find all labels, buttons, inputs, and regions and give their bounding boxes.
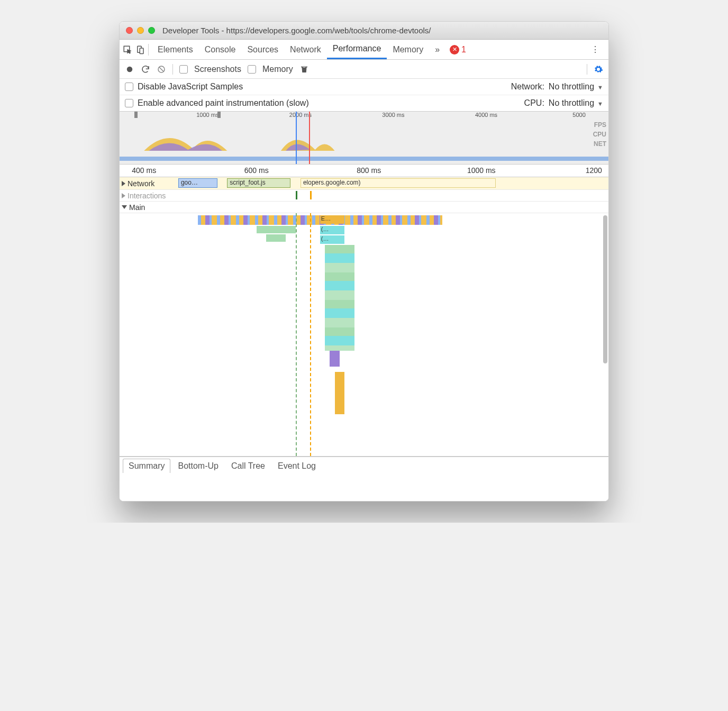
details-tab-event-log[interactable]: Event Log bbox=[272, 459, 321, 473]
flame-event[interactable]: E… bbox=[320, 215, 344, 224]
timeline-overview[interactable]: 1000 ms 2000 ms 3000 ms 4000 ms 5000 FPS… bbox=[120, 112, 608, 165]
tab-network[interactable]: Network bbox=[284, 40, 327, 59]
overview-marker bbox=[217, 112, 221, 118]
main-tabbar: Elements Console Sources Network Perform… bbox=[120, 40, 608, 60]
details-panel bbox=[120, 475, 608, 501]
cpu-throttle-label: CPU: bbox=[524, 98, 544, 108]
tabs-overflow-icon[interactable]: » bbox=[429, 40, 445, 59]
track-main-header[interactable]: Main bbox=[120, 202, 608, 213]
tab-elements[interactable]: Elements bbox=[152, 40, 199, 59]
flamechart-main[interactable]: E… (… (… bbox=[120, 213, 608, 457]
details-tab-call-tree[interactable]: Call Tree bbox=[226, 459, 270, 473]
device-toggle-icon[interactable] bbox=[135, 45, 145, 54]
overview-net-lane bbox=[120, 157, 608, 161]
error-badge-icon[interactable]: ✕ bbox=[450, 45, 459, 54]
svg-point-3 bbox=[127, 66, 133, 72]
screenshots-label: Screenshots bbox=[194, 65, 241, 74]
details-tab-bottom-up[interactable]: Bottom-Up bbox=[172, 459, 223, 473]
track-network-label: Network bbox=[128, 179, 154, 188]
memory-label: Memory bbox=[262, 65, 293, 74]
chevron-down-icon: ▼ bbox=[597, 84, 603, 90]
svg-rect-2 bbox=[140, 48, 143, 54]
enable-paint-checkbox[interactable] bbox=[125, 99, 133, 107]
flame-event[interactable]: (… bbox=[320, 226, 344, 234]
interaction-marker bbox=[296, 191, 297, 199]
flame-event[interactable] bbox=[335, 372, 344, 414]
enable-paint-label: Enable advanced paint instrumentation (s… bbox=[138, 98, 309, 108]
close-icon[interactable] bbox=[126, 27, 133, 34]
kebab-menu-icon[interactable]: ⋮ bbox=[585, 40, 605, 59]
screenshots-checkbox[interactable] bbox=[179, 65, 188, 74]
overview-cpu-graph bbox=[120, 121, 608, 153]
inspect-icon[interactable] bbox=[123, 45, 132, 54]
error-count: 1 bbox=[461, 45, 466, 54]
flame-event[interactable] bbox=[266, 234, 286, 242]
zoom-icon[interactable] bbox=[148, 27, 155, 34]
minimize-icon[interactable] bbox=[137, 27, 144, 34]
settings-row-2: Enable advanced paint instrumentation (s… bbox=[120, 95, 608, 112]
network-request-chip[interactable]: goo… bbox=[178, 178, 217, 188]
disclosure-triangle-icon[interactable] bbox=[122, 181, 125, 186]
clear-icon[interactable] bbox=[157, 65, 166, 74]
guideline bbox=[310, 213, 311, 456]
flamechart-ruler[interactable]: 400 ms 600 ms 800 ms 1000 ms 1200 bbox=[120, 165, 608, 177]
track-network[interactable]: Network goo… script_foot.js elopers.goog… bbox=[120, 177, 608, 190]
network-throttle-select[interactable]: No throttling▼ bbox=[549, 82, 603, 92]
chevron-down-icon: ▼ bbox=[597, 101, 603, 107]
network-request-chip[interactable]: elopers.google.com) bbox=[301, 178, 496, 188]
devtools-window: Developer Tools - https://developers.goo… bbox=[119, 21, 609, 502]
details-tabbar: Summary Bottom-Up Call Tree Event Log bbox=[120, 457, 608, 475]
memory-checkbox[interactable] bbox=[248, 65, 256, 74]
flame-event[interactable] bbox=[257, 226, 296, 233]
tab-console[interactable]: Console bbox=[199, 40, 242, 59]
cpu-throttle-select[interactable]: No throttling▼ bbox=[549, 98, 603, 108]
overview-selection[interactable] bbox=[296, 112, 311, 164]
window-title: Developer Tools - https://developers.goo… bbox=[162, 26, 431, 35]
disclosure-triangle-icon[interactable] bbox=[122, 193, 125, 198]
track-interactions[interactable]: Interactions bbox=[120, 190, 608, 202]
reload-icon[interactable] bbox=[141, 65, 150, 74]
record-icon[interactable] bbox=[125, 65, 134, 74]
disclosure-triangle-icon[interactable] bbox=[122, 205, 127, 209]
titlebar: Developer Tools - https://developers.goo… bbox=[120, 22, 608, 40]
window-controls bbox=[126, 27, 155, 34]
guideline bbox=[296, 213, 297, 456]
perf-toolbar: Screenshots Memory bbox=[120, 60, 608, 79]
network-request-chip[interactable]: script_foot.js bbox=[227, 178, 290, 188]
flame-event[interactable]: (… bbox=[320, 235, 344, 244]
settings-row-1: Disable JavaScript Samples Network: No t… bbox=[120, 79, 608, 95]
track-interactions-label: Interactions bbox=[128, 192, 166, 200]
details-tab-summary[interactable]: Summary bbox=[123, 459, 170, 473]
interaction-marker bbox=[310, 191, 312, 199]
flame-stack[interactable] bbox=[325, 245, 354, 351]
disable-js-samples-label: Disable JavaScript Samples bbox=[138, 82, 243, 92]
overview-ticks: 1000 ms 2000 ms 3000 ms 4000 ms 5000 bbox=[120, 112, 608, 120]
network-throttle-label: Network: bbox=[511, 82, 544, 92]
overview-lane-labels: FPS CPU NET bbox=[593, 121, 606, 150]
scrollbar[interactable] bbox=[603, 215, 607, 363]
trash-icon[interactable] bbox=[299, 65, 309, 74]
tab-sources[interactable]: Sources bbox=[241, 40, 284, 59]
gear-icon[interactable] bbox=[594, 65, 603, 74]
overview-marker bbox=[134, 112, 138, 118]
tab-memory[interactable]: Memory bbox=[387, 40, 429, 59]
flame-event[interactable] bbox=[330, 351, 339, 367]
tab-performance[interactable]: Performance bbox=[327, 40, 387, 59]
disable-js-samples-checkbox[interactable] bbox=[125, 83, 133, 91]
track-main-label: Main bbox=[129, 203, 145, 212]
